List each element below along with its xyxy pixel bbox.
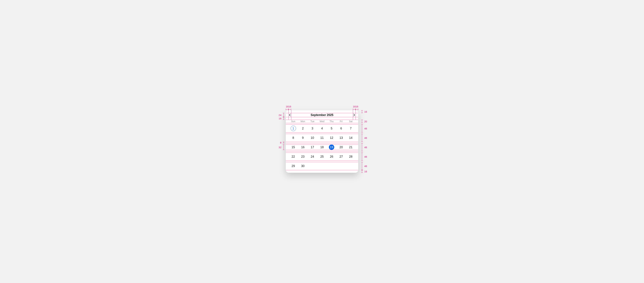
day-cell[interactable]: 19 <box>327 143 336 151</box>
day-cell[interactable]: 12 <box>327 134 336 142</box>
chevron-right-icon <box>353 114 355 116</box>
day-number: 26 <box>329 154 334 159</box>
day-cell[interactable]: 29 <box>288 162 298 170</box>
day-cell[interactable]: 15 <box>288 143 298 151</box>
day-number: 15 <box>291 145 296 150</box>
day-cell[interactable]: 16 <box>298 143 308 151</box>
day-number: 12 <box>329 135 334 140</box>
day-cell[interactable]: 26 <box>327 153 336 161</box>
day-cell <box>336 162 346 170</box>
day-number: 8 <box>291 135 296 140</box>
spec-value: 20 <box>364 120 367 123</box>
day-number: 6 <box>338 126 344 131</box>
day-number: 30 <box>300 163 306 169</box>
day-cell[interactable]: 14 <box>346 134 356 142</box>
weekday-label: Mon <box>298 120 308 123</box>
day-cell[interactable]: 21 <box>346 143 356 151</box>
day-cell[interactable]: 6 <box>336 124 346 132</box>
day-cell[interactable]: 1 <box>288 124 298 132</box>
calendar-title: September 2025 <box>310 113 333 117</box>
day-cell <box>317 162 327 170</box>
prev-month-button[interactable] <box>288 113 291 117</box>
spec-value: 48 <box>364 165 367 167</box>
day-cell[interactable]: 5 <box>327 124 336 132</box>
day-number: 4 <box>319 126 325 131</box>
day-number: 25 <box>319 154 325 159</box>
day-number: 24 <box>310 154 315 159</box>
day-cell[interactable]: 25 <box>317 153 327 161</box>
week-row: 1234567 <box>288 124 356 132</box>
spec-ruler: 24 <box>283 113 284 117</box>
day-number: 20 <box>338 145 344 150</box>
day-cell[interactable]: 2 <box>298 124 308 132</box>
weekday-row: Sun Mon Tue Wed Thu Fri Sat <box>288 120 356 123</box>
calendar-header: September 2025 <box>288 113 356 117</box>
day-cell[interactable]: 20 <box>336 143 346 151</box>
spec-value: 32 <box>278 146 282 149</box>
week-row: 2930 <box>288 162 356 170</box>
day-cell[interactable]: 18 <box>317 143 327 151</box>
weekday-label: Sat <box>346 120 356 123</box>
day-cell <box>308 162 317 170</box>
weekday-label: Fri <box>336 120 346 123</box>
day-cell[interactable]: 4 <box>317 124 327 132</box>
spec-value: 16 <box>364 170 367 173</box>
spec-ruler: 8 <box>283 142 284 143</box>
week-row: 891011121314 <box>288 134 356 142</box>
day-cell[interactable]: 22 <box>288 153 298 161</box>
spec-ruler: 48 <box>361 124 363 132</box>
spec-ruler: 16 <box>286 109 288 110</box>
spec-value: 48 <box>364 136 367 139</box>
stage: September 2025 Sun Mon Tue Wed Thu Fri S… <box>193 71 451 212</box>
day-cell[interactable]: 7 <box>346 124 356 132</box>
spec-ruler: 16 <box>288 109 291 110</box>
day-cell[interactable]: 27 <box>336 153 346 161</box>
day-number: 16 <box>300 145 306 150</box>
day-number: 27 <box>338 154 344 159</box>
week-row: 15161718192021 <box>288 143 356 151</box>
spec-ruler: 48 <box>361 134 363 142</box>
day-number: 17 <box>310 145 315 150</box>
day-number: 3 <box>310 126 315 131</box>
day-number: 9 <box>300 135 306 140</box>
spec-value: 16 <box>356 105 358 108</box>
day-number: 22 <box>291 154 296 159</box>
day-cell[interactable]: 28 <box>346 153 356 161</box>
spec-value: 16 <box>278 117 282 120</box>
calendar-body: September 2025 Sun Mon Tue Wed Thu Fri S… <box>288 113 356 170</box>
day-number: 23 <box>300 154 306 159</box>
day-number: 19 <box>329 145 334 150</box>
weekday-label: Wed <box>317 120 327 123</box>
day-number: 2 <box>300 126 306 131</box>
weeks-container: 1234567891011121314151617181920212223242… <box>288 124 356 170</box>
day-number: 11 <box>319 135 325 140</box>
next-month-button[interactable] <box>353 113 356 117</box>
day-number: 21 <box>348 145 353 150</box>
day-cell[interactable]: 24 <box>308 153 317 161</box>
spec-ruler: 32 <box>283 145 284 150</box>
spec-value: 16 <box>353 105 356 108</box>
spec-ruler: 20 <box>361 120 363 123</box>
day-number: 29 <box>291 163 296 169</box>
day-cell[interactable]: 10 <box>308 134 317 142</box>
day-number: 28 <box>348 154 353 159</box>
day-cell[interactable]: 13 <box>336 134 346 142</box>
day-cell[interactable]: 17 <box>308 143 317 151</box>
spec-value: 24 <box>278 114 282 117</box>
weekday-label: Sun <box>288 120 298 123</box>
spec-ruler: 48 <box>361 153 363 161</box>
day-cell[interactable]: 9 <box>298 134 308 142</box>
day-number: 18 <box>319 145 325 150</box>
day-cell[interactable]: 8 <box>288 134 298 142</box>
day-number: 1 <box>291 126 296 131</box>
calendar-card: September 2025 Sun Mon Tue Wed Thu Fri S… <box>286 110 358 173</box>
spec-value: 16 <box>288 105 291 108</box>
day-cell[interactable]: 23 <box>298 153 308 161</box>
day-cell[interactable]: 11 <box>317 134 327 142</box>
day-cell[interactable]: 30 <box>298 162 308 170</box>
spec-value: 8 <box>280 141 282 144</box>
spec-value: 48 <box>364 146 367 149</box>
day-cell[interactable]: 3 <box>308 124 317 132</box>
day-number: 10 <box>310 135 315 140</box>
spec-diagram: September 2025 Sun Mon Tue Wed Thu Fri S… <box>286 110 358 173</box>
